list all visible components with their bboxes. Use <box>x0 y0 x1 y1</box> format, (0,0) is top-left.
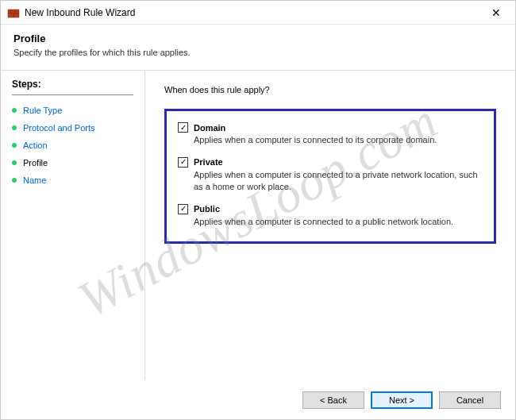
profile-private: ✓ Private Applies when a computer is con… <box>178 157 483 193</box>
window-title: New Inbound Rule Wizard <box>25 7 483 18</box>
step-label: Protocol and Ports <box>23 123 95 133</box>
titlebar: New Inbound Rule Wizard ✕ <box>1 1 515 25</box>
close-button[interactable]: ✕ <box>483 3 509 22</box>
question-text: When does this rule apply? <box>164 85 496 94</box>
private-label: Private <box>194 157 223 167</box>
page-description: Specify the profiles for which this rule… <box>13 48 503 57</box>
cancel-button[interactable]: Cancel <box>439 391 501 409</box>
next-button[interactable]: Next > <box>371 391 433 409</box>
domain-label: Domain <box>194 123 225 133</box>
step-label: Action <box>23 141 48 150</box>
private-checkbox[interactable]: ✓ <box>178 157 188 168</box>
wizard-footer: < Back Next > Cancel <box>1 381 515 419</box>
profiles-highlight-box: ✓ Domain Applies when a computer is conn… <box>164 109 496 244</box>
step-name[interactable]: Name <box>12 171 133 189</box>
domain-description: Applies when a computer is connected to … <box>194 134 483 146</box>
step-action[interactable]: Action <box>12 137 133 154</box>
step-label: Name <box>23 175 46 185</box>
steps-underline <box>12 94 133 95</box>
firewall-icon <box>7 6 20 19</box>
steps-heading: Steps: <box>12 79 133 90</box>
step-rule-type[interactable]: Rule Type <box>12 102 133 119</box>
step-label: Rule Type <box>23 106 62 115</box>
wizard-content: When does this rule apply? ✓ Domain Appl… <box>145 71 515 380</box>
step-protocol-ports[interactable]: Protocol and Ports <box>12 119 133 137</box>
profile-public: ✓ Public Applies when a computer is conn… <box>178 204 483 228</box>
private-description: Applies when a computer is connected to … <box>194 169 483 193</box>
back-button[interactable]: < Back <box>302 391 364 409</box>
bullet-icon <box>12 143 17 148</box>
step-label: Profile <box>23 158 48 168</box>
public-label: Public <box>194 204 220 214</box>
wizard-header: Profile Specify the profiles for which t… <box>1 25 515 62</box>
public-checkbox[interactable]: ✓ <box>178 204 188 214</box>
page-title: Profile <box>13 33 503 44</box>
steps-sidebar: Steps: Rule Type Protocol and Ports Acti… <box>1 71 145 380</box>
public-description: Applies when a computer is connected to … <box>194 216 483 228</box>
profile-domain: ✓ Domain Applies when a computer is conn… <box>178 122 483 146</box>
step-profile[interactable]: Profile <box>12 154 133 171</box>
bullet-icon <box>12 108 17 113</box>
bullet-icon <box>12 160 17 165</box>
domain-checkbox[interactable]: ✓ <box>178 122 188 133</box>
bullet-icon <box>12 178 17 183</box>
bullet-icon <box>12 125 17 130</box>
